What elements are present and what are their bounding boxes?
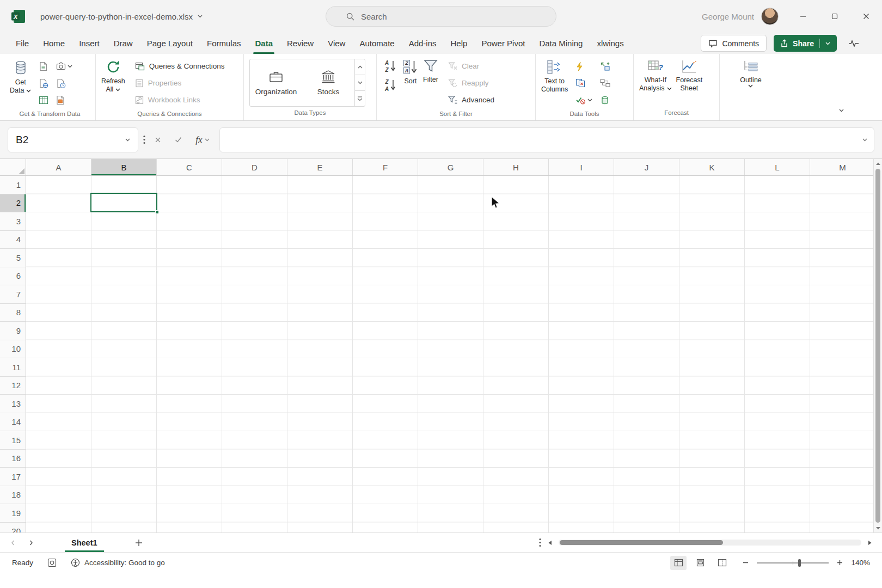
- text-to-columns-button[interactable]: Text toColumns: [539, 56, 570, 94]
- gallery-more[interactable]: [355, 90, 365, 106]
- menu-tab-power-pivot[interactable]: Power Pivot: [474, 33, 532, 54]
- consolidate-button[interactable]: [598, 60, 612, 72]
- minimize-button[interactable]: [787, 0, 819, 33]
- sheet-cells[interactable]: [26, 176, 873, 532]
- existing-connections-button[interactable]: [54, 94, 75, 106]
- scroll-down-button[interactable]: [875, 524, 881, 532]
- fill-handle[interactable]: [155, 210, 159, 214]
- get-data-button[interactable]: Get Data: [8, 56, 33, 95]
- column-header-G[interactable]: G: [418, 159, 483, 175]
- column-header-C[interactable]: C: [157, 159, 222, 175]
- sort-descending-button[interactable]: ZA: [381, 77, 399, 93]
- advanced-filter-button[interactable]: Advanced: [444, 91, 499, 108]
- column-header-A[interactable]: A: [26, 159, 91, 175]
- formula-input[interactable]: [219, 127, 874, 152]
- menu-tab-data-mining[interactable]: Data Mining: [532, 33, 590, 54]
- insert-function-button[interactable]: fx: [191, 132, 215, 148]
- filter-button[interactable]: Filter: [421, 56, 440, 84]
- horizontal-scroll-thumb[interactable]: [560, 540, 723, 545]
- menu-tab-insert[interactable]: Insert: [72, 33, 107, 54]
- zoom-out-button[interactable]: [743, 560, 749, 566]
- row-header-16[interactable]: 16: [0, 450, 26, 468]
- user-name[interactable]: George Mount: [702, 12, 754, 21]
- row-header-14[interactable]: 14: [0, 413, 26, 432]
- row-header-4[interactable]: 4: [0, 231, 26, 249]
- vertical-scroll-thumb[interactable]: [875, 169, 880, 523]
- menu-tab-automate[interactable]: Automate: [352, 33, 401, 54]
- row-header-10[interactable]: 10: [0, 340, 26, 359]
- search-input[interactable]: Search: [326, 6, 556, 27]
- sort-ascending-button[interactable]: AZ: [381, 58, 399, 74]
- sheet-options-handle[interactable]: [539, 538, 541, 547]
- menu-tab-help[interactable]: Help: [444, 33, 475, 54]
- select-all-corner[interactable]: [0, 159, 26, 175]
- normal-view-button[interactable]: [670, 556, 687, 570]
- menu-tab-view[interactable]: View: [321, 33, 352, 54]
- confirm-entry-button[interactable]: [170, 132, 186, 148]
- row-header-3[interactable]: 3: [0, 212, 26, 231]
- column-header-D[interactable]: D: [222, 159, 287, 175]
- horizontal-scrollbar[interactable]: [559, 540, 861, 546]
- scroll-right-button[interactable]: [868, 540, 872, 546]
- row-header-15[interactable]: 15: [0, 431, 26, 450]
- accessibility-status[interactable]: Accessibility: Good to go: [71, 558, 165, 567]
- column-header-F[interactable]: F: [353, 159, 418, 175]
- queries-connections-button[interactable]: Queries & Connections: [131, 58, 229, 75]
- cancel-entry-button[interactable]: [150, 132, 166, 148]
- share-button[interactable]: Share: [774, 35, 837, 52]
- menu-tab-page-layout[interactable]: Page Layout: [140, 33, 200, 54]
- menu-tab-home[interactable]: Home: [36, 33, 72, 54]
- what-if-analysis-button[interactable]: ? What-If Analysis: [637, 56, 674, 93]
- row-header-19[interactable]: 19: [0, 504, 26, 523]
- row-header-11[interactable]: 11: [0, 358, 26, 377]
- recent-sources-button[interactable]: [54, 77, 75, 89]
- zoom-level[interactable]: 140%: [851, 559, 870, 567]
- activity-button[interactable]: [844, 35, 863, 52]
- new-sheet-button[interactable]: [131, 535, 146, 550]
- scroll-up-button[interactable]: [875, 159, 881, 168]
- row-header-1[interactable]: 1: [0, 176, 26, 194]
- column-header-L[interactable]: L: [745, 159, 810, 175]
- from-table-range-button[interactable]: [36, 95, 51, 106]
- sheet-tab-sheet1[interactable]: Sheet1: [62, 533, 107, 552]
- gallery-scroll-up[interactable]: [355, 59, 365, 75]
- menu-tab-xlwings[interactable]: xlwings: [590, 33, 630, 54]
- row-header-7[interactable]: 7: [0, 285, 26, 304]
- from-web-button[interactable]: [36, 77, 51, 89]
- zoom-slider-thumb[interactable]: [798, 559, 801, 567]
- page-break-view-button[interactable]: [714, 556, 730, 570]
- row-header-2[interactable]: 2: [0, 194, 26, 213]
- scroll-left-button[interactable]: [548, 540, 552, 546]
- column-header-K[interactable]: K: [679, 159, 745, 175]
- menu-tab-file[interactable]: File: [9, 33, 36, 54]
- data-type-organization[interactable]: Organization: [250, 59, 302, 106]
- gallery-scroll-down[interactable]: [355, 75, 365, 90]
- zoom-slider[interactable]: [757, 562, 829, 564]
- row-header-17[interactable]: 17: [0, 468, 26, 486]
- data-validation-button[interactable]: [573, 95, 595, 106]
- next-sheet-button[interactable]: [29, 538, 33, 548]
- row-header-5[interactable]: 5: [0, 249, 26, 267]
- menu-tab-data[interactable]: Data: [248, 33, 280, 54]
- column-header-I[interactable]: I: [549, 159, 614, 175]
- forecast-sheet-button[interactable]: ForecastSheet: [674, 56, 705, 93]
- column-header-H[interactable]: H: [483, 159, 549, 175]
- row-header-20[interactable]: 20: [0, 523, 26, 533]
- close-button[interactable]: [850, 0, 882, 33]
- macro-record-icon[interactable]: [47, 558, 57, 567]
- remove-duplicates-button[interactable]: [573, 77, 595, 89]
- column-header-M[interactable]: M: [810, 159, 873, 175]
- menu-tab-formulas[interactable]: Formulas: [200, 33, 248, 54]
- zoom-in-button[interactable]: [837, 560, 843, 566]
- row-header-18[interactable]: 18: [0, 486, 26, 505]
- menu-tab-draw[interactable]: Draw: [107, 33, 140, 54]
- workbook-title[interactable]: power-query-to-python-in-excel-demo.xlsx: [40, 12, 203, 21]
- from-picture-button[interactable]: [54, 61, 75, 71]
- flash-fill-button[interactable]: [573, 60, 595, 72]
- formula-bar-divider[interactable]: [143, 135, 145, 144]
- row-header-6[interactable]: 6: [0, 267, 26, 286]
- relationships-button[interactable]: [598, 78, 612, 88]
- manage-data-model-button[interactable]: [598, 94, 612, 106]
- row-header-8[interactable]: 8: [0, 304, 26, 322]
- column-header-B[interactable]: B: [91, 159, 157, 175]
